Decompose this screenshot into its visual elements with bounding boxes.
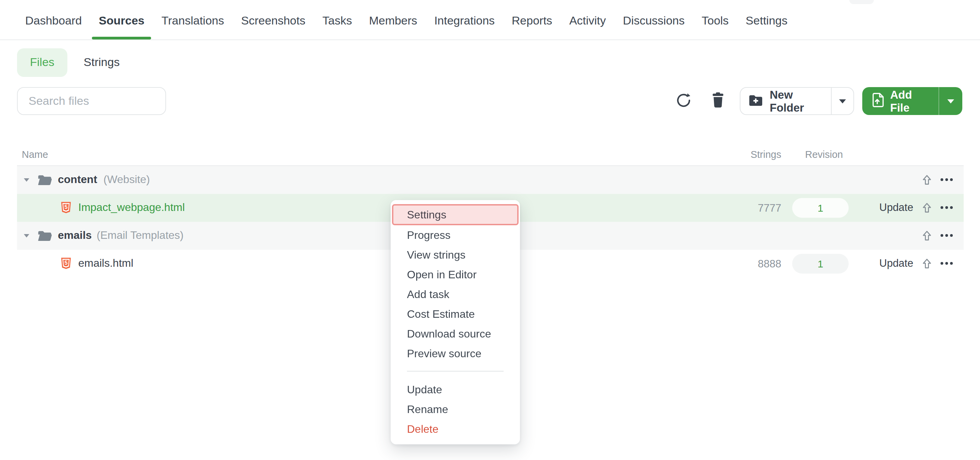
menu-item-download-source[interactable]: Download source	[391, 324, 520, 344]
strings-count: 8888	[730, 258, 781, 270]
project-nav: Dashboard Sources Translations Screensho…	[0, 0, 980, 40]
folder-icon	[37, 174, 52, 188]
nav-item-reports[interactable]: Reports	[512, 14, 552, 40]
file-name[interactable]: Impact_webpage.html	[78, 201, 185, 214]
revision-badge: 1	[792, 254, 849, 274]
nav-item-tasks[interactable]: Tasks	[322, 14, 352, 40]
column-header-revision: Revision	[805, 149, 843, 160]
nav-item-members[interactable]: Members	[369, 14, 417, 40]
menu-item-open-in-editor[interactable]: Open in Editor	[391, 265, 520, 285]
tab-strings[interactable]: Strings	[84, 56, 120, 69]
view-tabs: Files Strings	[17, 48, 120, 77]
html5-file-icon: 5	[60, 201, 72, 216]
trash-icon	[711, 92, 725, 110]
new-folder-button[interactable]: New Folder	[740, 88, 831, 114]
menu-item-settings[interactable]: Settings	[392, 204, 519, 225]
new-folder-split-button: New Folder	[740, 87, 854, 115]
new-folder-label: New Folder	[770, 88, 821, 114]
svg-text:5: 5	[65, 259, 68, 266]
refresh-button[interactable]	[672, 87, 695, 115]
nav-item-translations[interactable]: Translations	[162, 14, 224, 40]
nav-item-sources[interactable]: Sources	[99, 14, 144, 40]
delete-selected-button[interactable]	[706, 87, 730, 115]
menu-item-delete[interactable]: Delete	[391, 419, 520, 439]
table-row-folder-content[interactable]: content (Website)	[17, 166, 964, 194]
upload-arrow-icon[interactable]	[922, 258, 932, 272]
nav-item-settings[interactable]: Settings	[746, 14, 788, 40]
folder-name[interactable]: content	[58, 173, 97, 186]
file-name[interactable]: emails.html	[78, 257, 134, 269]
table-header: Name Strings Revision	[0, 144, 980, 166]
upload-arrow-icon[interactable]	[922, 202, 932, 216]
add-file-label: Add File	[890, 88, 930, 114]
nav-item-dashboard[interactable]: Dashboard	[25, 14, 82, 40]
refresh-icon	[675, 92, 691, 110]
menu-divider	[407, 371, 504, 371]
nav-item-discussions[interactable]: Discussions	[623, 14, 685, 40]
menu-item-rename[interactable]: Rename	[391, 400, 520, 419]
sources-page: Dashboard Sources Translations Screensho…	[0, 0, 980, 460]
file-context-menu: Settings Progress View strings Open in E…	[391, 200, 520, 444]
add-file-dropdown-button[interactable]	[938, 87, 962, 115]
more-actions-icon[interactable]	[940, 262, 953, 265]
new-folder-dropdown-button[interactable]	[831, 88, 853, 114]
more-actions-icon[interactable]	[940, 206, 953, 209]
nav-item-screenshots[interactable]: Screenshots	[241, 14, 305, 40]
nav-item-integrations[interactable]: Integrations	[434, 14, 495, 40]
column-header-name: Name	[22, 149, 48, 160]
tab-files[interactable]: Files	[17, 48, 67, 77]
menu-item-cost-estimate[interactable]: Cost Estimate	[391, 304, 520, 324]
folder-note: (Email Templates)	[97, 229, 184, 242]
menu-item-add-task[interactable]: Add task	[391, 285, 520, 304]
add-file-split-button: Add File	[862, 87, 962, 115]
collapse-caret-icon[interactable]	[24, 178, 29, 182]
add-file-button[interactable]: Add File	[862, 87, 938, 115]
menu-item-progress[interactable]: Progress	[391, 225, 520, 245]
file-upload-icon	[872, 92, 884, 110]
chevron-down-icon	[947, 99, 954, 103]
menu-item-view-strings[interactable]: View strings	[391, 245, 520, 265]
svg-text:5: 5	[65, 204, 68, 210]
strings-count: 7777	[730, 202, 781, 214]
collapse-caret-icon[interactable]	[24, 234, 29, 237]
search-input[interactable]	[17, 87, 166, 115]
nav-item-activity[interactable]: Activity	[569, 14, 606, 40]
update-link[interactable]: Update	[879, 201, 913, 214]
menu-item-update[interactable]: Update	[391, 380, 520, 400]
update-link[interactable]: Update	[879, 257, 913, 269]
more-actions-icon[interactable]	[940, 234, 953, 237]
chevron-down-icon	[839, 99, 846, 103]
more-actions-icon[interactable]	[940, 178, 953, 181]
column-header-strings: Strings	[719, 149, 781, 160]
upload-arrow-icon[interactable]	[922, 174, 932, 188]
folder-note: (Website)	[103, 173, 150, 186]
nav-item-tools[interactable]: Tools	[702, 14, 729, 40]
upload-arrow-icon[interactable]	[922, 230, 932, 244]
folder-icon	[37, 230, 52, 244]
menu-item-preview-source[interactable]: Preview source	[391, 344, 520, 363]
html5-file-icon: 5	[60, 257, 72, 272]
revision-badge: 1	[792, 198, 849, 218]
folder-name[interactable]: emails	[58, 229, 92, 242]
folder-plus-icon	[749, 94, 763, 108]
